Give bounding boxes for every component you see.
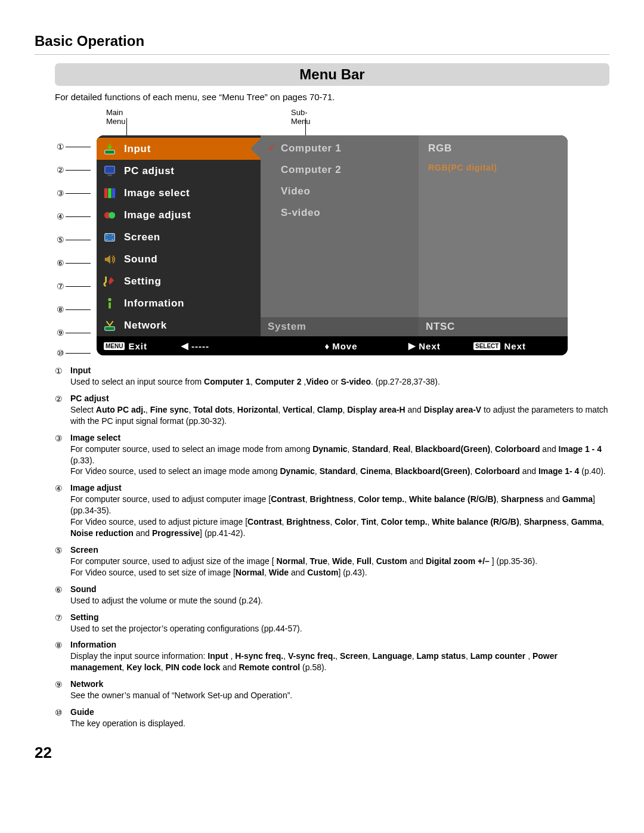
menu-item-label: Image adjust <box>124 209 191 221</box>
svg-rect-11 <box>105 326 115 330</box>
callout-1: ① <box>55 142 66 151</box>
label-sub-line <box>305 118 306 136</box>
menu-item-input[interactable]: Input <box>97 138 261 160</box>
nav-badge-select: SELECT <box>473 342 500 350</box>
desc-item: ⑤ScreenFor computer source, used to adju… <box>55 545 609 580</box>
menu-item-screen[interactable]: Screen <box>97 226 261 248</box>
desc-title: Guide <box>70 707 609 717</box>
menu-item-image-select[interactable]: Image select <box>97 182 261 204</box>
desc-number: ② <box>55 394 70 428</box>
callout-6: ⑥ <box>55 258 66 268</box>
nav-exit: Exit <box>128 341 147 351</box>
menu-item-label: Setting <box>124 275 162 287</box>
callout-8: ⑧ <box>55 305 66 314</box>
label-main-line <box>126 118 127 136</box>
desc-text: For computer source, used to adjust size… <box>70 556 609 578</box>
menu-item-label: Image select <box>124 187 190 199</box>
desc-title: Network <box>70 679 609 689</box>
callout-column: ① ② ③ ④ ⑤ ⑥ ⑦ ⑧ ⑨ ⑩ <box>55 140 91 370</box>
desc-text: Select Auto PC adj., Fine sync, Total do… <box>70 404 609 427</box>
desc-text: For computer source, used to select an i… <box>70 444 609 478</box>
desc-text: For computer source, used to adjust comp… <box>70 494 609 539</box>
callout-5: ⑤ <box>55 235 66 244</box>
callout-7: ⑦ <box>55 281 66 291</box>
menu-item-label: PC adjust <box>124 165 175 177</box>
menu-item-image-adjust[interactable]: Image adjust <box>97 204 261 226</box>
sub-item-video[interactable]: Video <box>268 183 419 205</box>
menu-item-sound[interactable]: Sound <box>97 248 261 270</box>
desc-title: Setting <box>70 612 609 622</box>
svg-rect-2 <box>107 174 112 176</box>
desc-text: Display the input source information: In… <box>70 651 609 673</box>
desc-item: ⑦SettingUsed to set the projector’s oper… <box>55 612 609 636</box>
menu-item-pc-adjust[interactable]: PC adjust <box>97 160 261 182</box>
nav-right-arrow-icon: ▶ <box>408 340 416 351</box>
desc-item: ⑥SoundUsed to adjust the volume or mute … <box>55 584 609 608</box>
desc-text: Used to adjust the volume or mute the so… <box>70 595 609 606</box>
description-list: ①InputUsed to select an input source fro… <box>55 366 609 730</box>
adjust-icon <box>101 208 118 223</box>
osd-main-column: Input PC adjust Image select <box>97 135 261 336</box>
sub-footer-system: System <box>261 317 419 336</box>
desc-item: ⑧InformationDisplay the input source inf… <box>55 640 609 674</box>
menu-item-label: Screen <box>124 231 160 243</box>
desc-body: SettingUsed to set the projector’s opera… <box>70 612 609 636</box>
desc-body: PC adjustSelect Auto PC adj., Fine sync,… <box>70 394 609 428</box>
desc-item: ③Image selectFor computer source, used t… <box>55 433 609 479</box>
sub-item-computer1[interactable]: Computer 1 <box>268 140 419 162</box>
desc-text: Used to select an input source from Comp… <box>70 376 609 388</box>
callout-9: ⑨ <box>55 328 66 337</box>
menu-item-label: Information <box>124 298 184 309</box>
nav-badge-menu: MENU <box>104 342 125 350</box>
osd-figure: Main Menu Sub-Menu ① ② ③ ④ ⑤ ⑥ ⑦ ⑧ ⑨ ⑩ <box>55 108 609 361</box>
menu-item-information[interactable]: Information <box>97 292 261 314</box>
desc-body: GuideThe key operation is displayed. <box>70 707 609 730</box>
desc-number: ⑩ <box>55 707 70 730</box>
nav-left-arrow-icon: ◀ <box>181 340 189 351</box>
desc-text: The key operation is displayed. <box>70 718 609 729</box>
menu-item-label: Network <box>124 320 167 332</box>
nav-next2: Next <box>504 341 526 351</box>
callout-4: ④ <box>55 212 66 221</box>
desc-number: ⑦ <box>55 612 70 636</box>
desc-text: See the owner’s manual of “Network Set-u… <box>70 690 609 701</box>
banner-title: Menu Bar <box>55 63 609 86</box>
desc-number: ⑧ <box>55 640 70 674</box>
callout-10: ⑩ <box>55 348 66 358</box>
desc-body: NetworkSee the owner’s manual of “Networ… <box>70 679 609 702</box>
network-icon <box>101 318 118 333</box>
desc-body: Image adjustFor computer source, used to… <box>70 483 609 540</box>
svg-rect-8 <box>105 233 115 241</box>
desc-item: ⑩GuideThe key operation is displayed. <box>55 707 609 730</box>
svg-rect-4 <box>108 188 112 198</box>
label-main-menu: Main Menu <box>106 108 126 126</box>
input-icon <box>101 141 118 157</box>
callout-2: ② <box>55 165 66 175</box>
osd-sub-column: Computer 1 Computer 2 Video S-video Syst… <box>261 135 419 336</box>
speaker-icon <box>101 252 118 267</box>
sub-item-computer2[interactable]: Computer 2 <box>268 162 419 183</box>
svg-rect-5 <box>112 188 116 198</box>
detail-item-rgb[interactable]: RGB <box>426 140 568 162</box>
menu-item-label: Input <box>124 143 151 155</box>
menu-item-setting[interactable]: Setting <box>97 270 261 292</box>
osd-panel: Input PC adjust Image select <box>97 135 568 355</box>
sub-item-svideo[interactable]: S-video <box>268 205 419 226</box>
desc-item: ⑨NetworkSee the owner’s manual of “Netwo… <box>55 679 609 702</box>
svg-rect-0 <box>105 150 115 153</box>
desc-number: ⑥ <box>55 584 70 608</box>
svg-rect-3 <box>104 188 108 198</box>
desc-body: ScreenFor computer source, used to adjus… <box>70 545 609 580</box>
desc-title: Information <box>70 640 609 649</box>
desc-number: ④ <box>55 483 70 540</box>
desc-number: ⑤ <box>55 545 70 580</box>
desc-title: Image select <box>70 433 609 442</box>
svg-point-7 <box>109 212 115 218</box>
desc-item: ②PC adjustSelect Auto PC adj., Fine sync… <box>55 394 609 428</box>
nav-updown-arrow-icon: ♦ <box>325 341 330 351</box>
detail-item-rgb-pc-digital[interactable]: RGB(PC digital) <box>426 162 568 179</box>
svg-rect-10 <box>109 302 111 308</box>
monitor-icon <box>101 163 118 179</box>
menu-item-network[interactable]: Network <box>97 314 261 336</box>
desc-body: SoundUsed to adjust the volume or mute t… <box>70 584 609 608</box>
